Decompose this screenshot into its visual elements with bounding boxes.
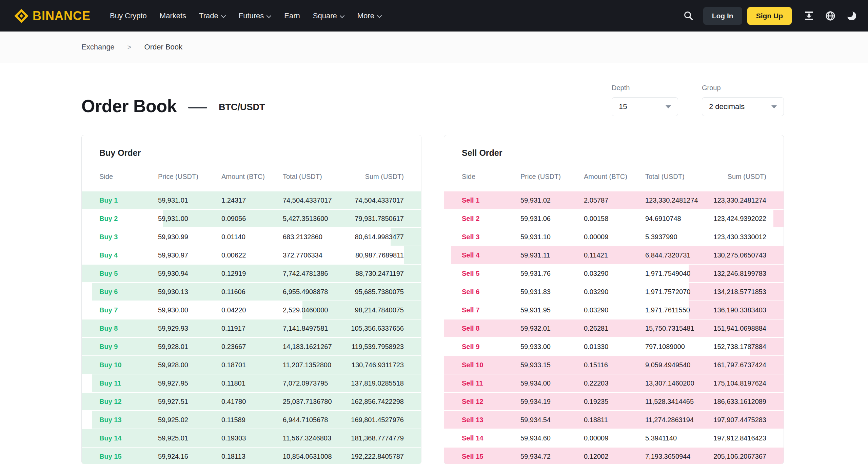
- sell-row-price: 59,933.15: [520, 361, 584, 369]
- search-icon[interactable]: [680, 8, 697, 24]
- buy-row-amount: 0.11606: [221, 288, 283, 296]
- sell-row-amount: 0.00009: [584, 233, 645, 241]
- sell-row-amount: 0.12002: [584, 453, 645, 460]
- buy-row-side: Buy 8: [99, 325, 158, 332]
- nav-item-futures[interactable]: Futures: [232, 12, 278, 20]
- buy-row-side: Buy 2: [99, 215, 158, 223]
- sell-order-row: Sell 1459,934.600.000095.3941140197,912.…: [444, 429, 784, 447]
- buy-row-total: 6,955.4908878: [283, 288, 351, 296]
- buy-row-sum: 105,356.6337656: [351, 325, 404, 332]
- buy-row-sum: 130,746.9311723: [351, 361, 404, 369]
- theme-moon-icon[interactable]: [844, 8, 860, 24]
- buy-order-row: Buy 559,930.940.129197,742.478138688,730…: [82, 265, 421, 282]
- sell-order-row: Sell 859,932.010.2628115,750.7315481151,…: [444, 319, 784, 337]
- buy-row-sum: 169,801.4527976: [351, 416, 404, 424]
- column-header-side: Side: [99, 173, 158, 181]
- sell-order-row: Sell 559,931.760.032901,971.7549040132,2…: [444, 265, 784, 282]
- sell-row-side: Sell 11: [462, 379, 520, 387]
- buy-row-amount: 0.11917: [221, 325, 283, 332]
- nav-item-markets[interactable]: Markets: [153, 12, 193, 20]
- column-header-amount: Amount (BTC): [584, 173, 645, 181]
- buy-row-amount: 0.18701: [221, 361, 283, 369]
- sell-row-price: 59,931.06: [520, 215, 584, 223]
- sell-row-total: 6,844.7320731: [645, 251, 713, 259]
- buy-order-row: Buy 359,930.990.01140683.213286080,614.9…: [82, 228, 421, 246]
- buy-row-amount: 0.11589: [221, 416, 283, 424]
- buy-row-price: 59,930.99: [158, 233, 221, 241]
- sell-order-row: Sell 359,931.100.000095.3937990123,430.3…: [444, 228, 784, 246]
- sell-row-sum: 123,430.3330012: [713, 233, 766, 241]
- buy-row-total: 14,183.1621267: [283, 343, 351, 351]
- buy-row-amount: 0.00622: [221, 251, 283, 259]
- sell-row-side: Sell 6: [462, 288, 520, 296]
- buy-row-side: Buy 9: [99, 343, 158, 351]
- breadcrumb: Exchange > Order Book: [0, 32, 868, 63]
- buy-table-header: Side Price (USDT) Amount (BTC) Total (US…: [82, 173, 421, 181]
- sell-row-sum: 205,106.2067367: [713, 453, 766, 460]
- nav-item-square[interactable]: Square: [307, 12, 351, 20]
- depth-select[interactable]: 15: [612, 97, 678, 116]
- breadcrumb-exchange[interactable]: Exchange: [81, 43, 115, 51]
- buy-row-sum: 137,819.0285518: [351, 379, 404, 387]
- column-header-total: Total (USDT): [645, 173, 713, 181]
- breadcrumb-separator: >: [127, 43, 132, 51]
- buy-row-total: 11,567.3246803: [283, 434, 351, 442]
- group-select[interactable]: 2 decimals: [702, 97, 784, 116]
- buy-row-total: 25,037.7136780: [283, 398, 351, 406]
- sell-row-sum: 197,907.4475283: [713, 416, 766, 424]
- nav-item-trade[interactable]: Trade: [193, 12, 232, 20]
- buy-row-side: Buy 11: [99, 379, 158, 387]
- sell-row-price: 59,931.95: [520, 306, 584, 314]
- buy-order-row: Buy 1559,924.160.1811310,854.0631008192,…: [82, 448, 421, 464]
- signup-button[interactable]: Sign Up: [747, 7, 792, 25]
- breadcrumb-order-book: Order Book: [144, 43, 183, 51]
- binance-logo[interactable]: BINANCE: [14, 9, 91, 23]
- depth-bar: [404, 246, 421, 264]
- sell-row-side: Sell 10: [462, 361, 520, 369]
- buy-row-side: Buy 12: [99, 398, 158, 406]
- buy-order-row: Buy 1159,927.950.118017,072.0973795137,8…: [82, 374, 421, 392]
- sell-row-total: 1,971.7572070: [645, 288, 713, 296]
- buy-order-row: Buy 1259,927.510.4178025,037.7136780162,…: [82, 393, 421, 410]
- nav-item-buy-crypto[interactable]: Buy Crypto: [103, 12, 153, 20]
- nav-item-more[interactable]: More: [351, 12, 388, 20]
- buy-row-total: 10,854.0631008: [283, 453, 351, 460]
- sell-order-card: Sell Order Side Price (USDT) Amount (BTC…: [444, 135, 784, 464]
- group-label: Group: [702, 84, 784, 92]
- sell-order-row: Sell 459,931.110.114216,844.7320731130,2…: [444, 246, 784, 264]
- sell-order-row: Sell 1359,934.540.1881111,274.2863194197…: [444, 411, 784, 429]
- sell-row-amount: 0.03290: [584, 288, 645, 296]
- buy-order-row: Buy 459,930.970.00622372.770633480,987.7…: [82, 246, 421, 264]
- buy-row-side: Buy 13: [99, 416, 158, 424]
- buy-order-card: Buy Order Side Price (USDT) Amount (BTC)…: [81, 135, 421, 464]
- buy-row-amount: 1.24317: [221, 197, 283, 204]
- buy-order-row: Buy 1459,925.010.1930311,567.3246803181,…: [82, 429, 421, 447]
- buy-row-price: 59,928.01: [158, 343, 221, 351]
- sell-order-row: Sell 159,931.022.05787123,330.2481274123…: [444, 191, 784, 209]
- chevron-down-icon: [377, 12, 382, 20]
- sell-row-price: 59,934.00: [520, 379, 584, 387]
- language-globe-icon[interactable]: [822, 8, 839, 24]
- sell-row-amount: 0.00158: [584, 215, 645, 223]
- main-menu: Buy Crypto Markets Trade Futures Earn Sq…: [103, 12, 388, 20]
- buy-order-row: Buy 159,931.011.2431774,504.433701774,50…: [82, 191, 421, 209]
- download-app-icon[interactable]: [801, 8, 817, 24]
- sell-row-total: 11,528.3414465: [645, 398, 713, 406]
- login-button[interactable]: Log In: [703, 7, 742, 25]
- sell-row-amount: 0.26281: [584, 325, 645, 332]
- buy-order-rows: Buy 159,931.011.2431774,504.433701774,50…: [82, 191, 421, 464]
- sell-row-side: Sell 8: [462, 325, 520, 332]
- buy-order-row: Buy 759,930.000.042202,529.046000098,214…: [82, 301, 421, 319]
- buy-row-amount: 0.04220: [221, 306, 283, 314]
- column-header-total: Total (USDT): [283, 173, 351, 181]
- sell-row-amount: 0.03290: [584, 270, 645, 277]
- column-header-sum: Sum (USDT): [351, 173, 404, 181]
- buy-row-price: 59,930.13: [158, 288, 221, 296]
- buy-row-total: 11,207.1352800: [283, 361, 351, 369]
- sell-row-sum: 161,797.6737424: [713, 361, 766, 369]
- chevron-down-icon: [340, 12, 344, 20]
- sell-row-sum: 130,275.0650743: [713, 251, 766, 259]
- nav-item-earn[interactable]: Earn: [278, 12, 306, 20]
- sell-row-price: 59,934.60: [520, 434, 584, 442]
- sell-row-side: Sell 12: [462, 398, 520, 406]
